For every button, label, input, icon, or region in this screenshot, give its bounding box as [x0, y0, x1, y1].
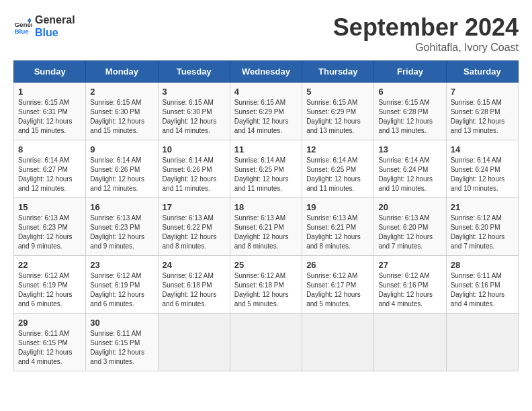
day-number: 9: [90, 144, 153, 154]
calendar-week-4: 22Sunrise: 6:12 AMSunset: 6:19 PMDayligh…: [14, 256, 519, 314]
calendar-cell: 23Sunrise: 6:12 AMSunset: 6:19 PMDayligh…: [86, 256, 158, 314]
day-detail: Sunrise: 6:14 AMSunset: 6:24 PMDaylight:…: [451, 156, 514, 193]
calendar-week-3: 15Sunrise: 6:13 AMSunset: 6:23 PMDayligh…: [14, 198, 519, 256]
day-detail: Sunrise: 6:15 AMSunset: 6:29 PMDaylight:…: [234, 98, 298, 136]
calendar-cell: 8Sunrise: 6:14 AMSunset: 6:27 PMDaylight…: [14, 140, 86, 198]
day-detail: Sunrise: 6:15 AMSunset: 6:28 PMDaylight:…: [451, 98, 514, 136]
day-detail: Sunrise: 6:15 AMSunset: 6:30 PMDaylight:…: [163, 98, 226, 136]
day-number: 24: [163, 260, 226, 270]
calendar-cell: [446, 314, 518, 371]
day-detail: Sunrise: 6:13 AMSunset: 6:20 PMDaylight:…: [378, 214, 441, 251]
day-detail: Sunrise: 6:15 AMSunset: 6:28 PMDaylight:…: [378, 98, 441, 136]
calendar-cell: 17Sunrise: 6:13 AMSunset: 6:22 PMDayligh…: [158, 198, 230, 256]
calendar-cell: 19Sunrise: 6:13 AMSunset: 6:21 PMDayligh…: [302, 198, 374, 256]
day-detail: Sunrise: 6:14 AMSunset: 6:26 PMDaylight:…: [90, 156, 153, 193]
day-number: 28: [451, 260, 514, 270]
day-detail: Sunrise: 6:13 AMSunset: 6:23 PMDaylight:…: [18, 214, 81, 251]
calendar-cell: 10Sunrise: 6:14 AMSunset: 6:26 PMDayligh…: [158, 140, 230, 198]
calendar-cell: 15Sunrise: 6:13 AMSunset: 6:23 PMDayligh…: [14, 198, 86, 256]
day-detail: Sunrise: 6:12 AMSunset: 6:18 PMDaylight:…: [163, 271, 226, 309]
day-number: 11: [234, 144, 298, 154]
day-detail: Sunrise: 6:14 AMSunset: 6:27 PMDaylight:…: [18, 156, 81, 193]
header-monday: Monday: [86, 61, 158, 83]
day-detail: Sunrise: 6:11 AMSunset: 6:16 PMDaylight:…: [451, 271, 514, 309]
day-number: 21: [451, 202, 514, 212]
location-title: Gohitafla, Ivory Coast: [333, 42, 519, 54]
day-detail: Sunrise: 6:14 AMSunset: 6:24 PMDaylight:…: [378, 156, 441, 193]
day-number: 14: [451, 144, 514, 154]
day-number: 4: [234, 87, 298, 97]
calendar-cell: [230, 314, 302, 371]
day-detail: Sunrise: 6:11 AMSunset: 6:15 PMDaylight:…: [18, 329, 81, 367]
day-number: 16: [90, 202, 153, 212]
day-number: 20: [378, 202, 441, 212]
day-number: 8: [18, 144, 81, 154]
calendar-cell: 11Sunrise: 6:14 AMSunset: 6:25 PMDayligh…: [230, 140, 302, 198]
day-detail: Sunrise: 6:12 AMSunset: 6:20 PMDaylight:…: [451, 214, 514, 251]
calendar-week-5: 29Sunrise: 6:11 AMSunset: 6:15 PMDayligh…: [14, 314, 519, 371]
calendar-cell: 20Sunrise: 6:13 AMSunset: 6:20 PMDayligh…: [374, 198, 446, 256]
day-number: 6: [378, 87, 441, 97]
day-number: 10: [163, 144, 226, 154]
calendar-cell: 27Sunrise: 6:12 AMSunset: 6:16 PMDayligh…: [374, 256, 446, 314]
calendar-cell: 6Sunrise: 6:15 AMSunset: 6:28 PMDaylight…: [374, 83, 446, 140]
day-number: 18: [234, 202, 298, 212]
logo-line2: Blue: [35, 26, 75, 39]
svg-text:Blue: Blue: [14, 28, 29, 35]
svg-marker-2: [28, 18, 32, 21]
day-number: 2: [90, 87, 153, 97]
calendar-cell: 7Sunrise: 6:15 AMSunset: 6:28 PMDaylight…: [446, 83, 518, 140]
header-saturday: Saturday: [446, 61, 518, 83]
day-number: 22: [18, 260, 81, 270]
day-number: 30: [90, 318, 153, 328]
day-number: 17: [163, 202, 226, 212]
calendar-cell: 4Sunrise: 6:15 AMSunset: 6:29 PMDaylight…: [230, 83, 302, 140]
day-number: 3: [163, 87, 226, 97]
calendar-cell: 18Sunrise: 6:13 AMSunset: 6:21 PMDayligh…: [230, 198, 302, 256]
day-number: 12: [306, 144, 369, 154]
calendar-cell: 3Sunrise: 6:15 AMSunset: 6:30 PMDaylight…: [158, 83, 230, 140]
title-block: September 2024 Gohitafla, Ivory Coast: [333, 13, 519, 54]
calendar-cell: 30Sunrise: 6:11 AMSunset: 6:15 PMDayligh…: [86, 314, 158, 371]
day-detail: Sunrise: 6:14 AMSunset: 6:25 PMDaylight:…: [306, 156, 369, 193]
day-number: 19: [306, 202, 369, 212]
logo-icon: General Blue: [13, 17, 32, 36]
page-header: General Blue General Blue September 2024…: [13, 13, 519, 54]
day-number: 29: [18, 318, 81, 328]
header-sunday: Sunday: [14, 61, 86, 83]
calendar-cell: 21Sunrise: 6:12 AMSunset: 6:20 PMDayligh…: [446, 198, 518, 256]
day-detail: Sunrise: 6:12 AMSunset: 6:19 PMDaylight:…: [90, 271, 153, 309]
day-detail: Sunrise: 6:11 AMSunset: 6:15 PMDaylight:…: [90, 329, 153, 367]
day-detail: Sunrise: 6:13 AMSunset: 6:21 PMDaylight:…: [234, 214, 298, 251]
calendar-week-1: 1Sunrise: 6:15 AMSunset: 6:31 PMDaylight…: [14, 83, 519, 140]
day-number: 15: [18, 202, 81, 212]
day-number: 27: [378, 260, 441, 270]
month-title: September 2024: [333, 13, 519, 42]
header-wednesday: Wednesday: [230, 61, 302, 83]
day-detail: Sunrise: 6:12 AMSunset: 6:18 PMDaylight:…: [234, 271, 298, 309]
logo: General Blue General Blue: [13, 13, 75, 39]
day-number: 25: [234, 260, 298, 270]
calendar-cell: 25Sunrise: 6:12 AMSunset: 6:18 PMDayligh…: [230, 256, 302, 314]
day-detail: Sunrise: 6:14 AMSunset: 6:26 PMDaylight:…: [163, 156, 226, 193]
calendar-cell: 2Sunrise: 6:15 AMSunset: 6:30 PMDaylight…: [86, 83, 158, 140]
logo-line1: General: [35, 13, 75, 26]
day-number: 5: [306, 87, 369, 97]
day-number: 23: [90, 260, 153, 270]
header-tuesday: Tuesday: [158, 61, 230, 83]
day-number: 1: [18, 87, 81, 97]
calendar-week-2: 8Sunrise: 6:14 AMSunset: 6:27 PMDaylight…: [14, 140, 519, 198]
day-detail: Sunrise: 6:13 AMSunset: 6:22 PMDaylight:…: [163, 214, 226, 251]
calendar-cell: 26Sunrise: 6:12 AMSunset: 6:17 PMDayligh…: [302, 256, 374, 314]
day-detail: Sunrise: 6:14 AMSunset: 6:25 PMDaylight:…: [234, 156, 298, 193]
day-detail: Sunrise: 6:15 AMSunset: 6:30 PMDaylight:…: [90, 98, 153, 136]
calendar-cell: [302, 314, 374, 371]
day-number: 7: [451, 87, 514, 97]
calendar-cell: 12Sunrise: 6:14 AMSunset: 6:25 PMDayligh…: [302, 140, 374, 198]
day-detail: Sunrise: 6:12 AMSunset: 6:19 PMDaylight:…: [18, 271, 81, 309]
day-number: 26: [306, 260, 369, 270]
day-detail: Sunrise: 6:12 AMSunset: 6:16 PMDaylight:…: [378, 271, 441, 309]
calendar-cell: 22Sunrise: 6:12 AMSunset: 6:19 PMDayligh…: [14, 256, 86, 314]
calendar-cell: 5Sunrise: 6:15 AMSunset: 6:29 PMDaylight…: [302, 83, 374, 140]
day-detail: Sunrise: 6:15 AMSunset: 6:31 PMDaylight:…: [18, 98, 81, 136]
